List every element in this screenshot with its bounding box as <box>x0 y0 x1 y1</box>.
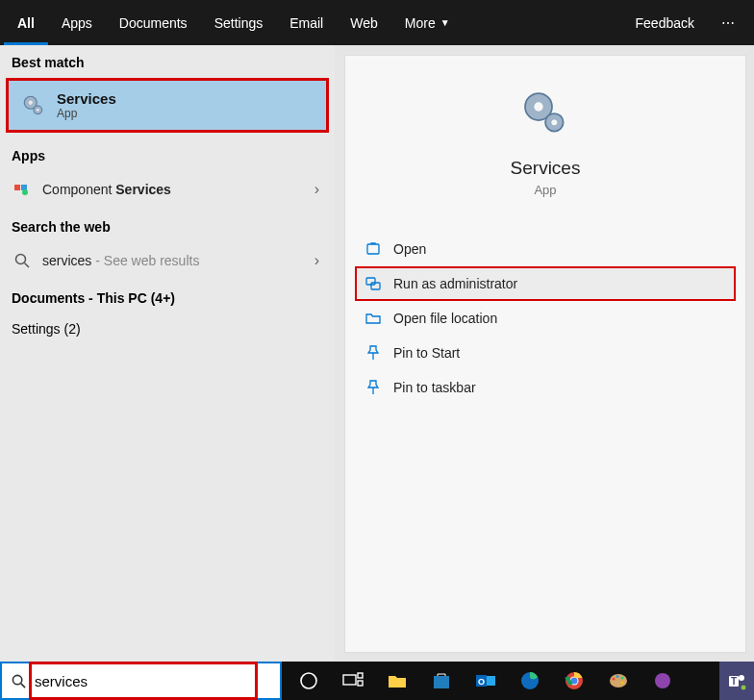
search-web-header: Search the web <box>0 210 335 240</box>
action-pin-start-label: Pin to Start <box>393 345 460 361</box>
detail-title: Services <box>345 158 745 179</box>
svg-point-1 <box>29 100 33 104</box>
options-menu-icon[interactable]: ⋯ <box>708 15 750 31</box>
action-run-admin[interactable]: Run as administrator <box>355 266 736 301</box>
svg-point-34 <box>616 675 619 678</box>
web-result-label: services - See web results <box>42 253 199 268</box>
search-icon <box>12 250 33 271</box>
svg-point-37 <box>655 673 670 688</box>
folder-icon <box>364 310 382 327</box>
tab-settings[interactable]: Settings <box>201 0 277 45</box>
results-pane: Best match Services App Apps Component S… <box>0 45 335 661</box>
svg-rect-5 <box>21 185 27 190</box>
settings-header[interactable]: Settings (2) <box>0 312 335 342</box>
best-match-header: Best match <box>0 45 335 76</box>
taskbar-app-outlook[interactable]: O <box>465 662 507 700</box>
tab-apps[interactable]: Apps <box>48 0 106 45</box>
run-admin-icon <box>364 275 382 292</box>
component-services-label: Component Services <box>42 182 171 197</box>
taskbar-app-edge[interactable] <box>509 662 551 700</box>
task-view-icon[interactable] <box>332 662 374 700</box>
pin-icon <box>364 379 382 396</box>
svg-rect-23 <box>358 681 363 686</box>
search-input[interactable] <box>35 673 280 689</box>
chevron-right-icon: › <box>314 181 319 198</box>
gear-icon <box>20 92 47 119</box>
action-open[interactable]: Open <box>355 232 736 266</box>
apps-header: Apps <box>0 138 335 169</box>
svg-rect-27 <box>487 676 495 686</box>
svg-point-20 <box>301 673 316 688</box>
svg-rect-4 <box>14 185 20 190</box>
result-web-services[interactable]: services - See web results › <box>0 240 335 281</box>
svg-rect-21 <box>343 675 356 685</box>
search-icon <box>2 674 35 688</box>
component-services-icon <box>12 179 33 200</box>
svg-point-6 <box>22 189 28 195</box>
best-match-subtitle: App <box>57 107 116 120</box>
taskbar: O <box>282 662 754 700</box>
action-open-location-label: Open file location <box>393 311 497 326</box>
action-open-location[interactable]: Open file location <box>355 301 736 336</box>
cortana-icon[interactable] <box>288 662 330 700</box>
svg-point-41 <box>741 685 746 690</box>
chevron-down-icon: ▼ <box>440 17 450 28</box>
tab-email[interactable]: Email <box>276 0 337 45</box>
detail-pane: Services App Open Run as administrator <box>344 55 746 653</box>
pin-icon <box>364 344 382 362</box>
svg-point-7 <box>16 255 26 264</box>
svg-rect-24 <box>434 676 449 688</box>
action-run-admin-label: Run as administrator <box>393 276 517 291</box>
svg-text:O: O <box>478 677 485 687</box>
action-open-label: Open <box>393 241 426 257</box>
svg-point-33 <box>613 678 616 681</box>
search-bar[interactable] <box>0 662 282 700</box>
best-match-title: Services <box>57 90 116 107</box>
svg-rect-22 <box>358 673 363 678</box>
svg-point-36 <box>621 682 624 685</box>
taskbar-app-store[interactable] <box>420 662 463 700</box>
taskbar-app-explorer[interactable] <box>376 662 418 700</box>
svg-line-8 <box>25 263 30 268</box>
search-filter-tabs: All Apps Documents Settings Email Web Mo… <box>0 0 754 45</box>
svg-text:T: T <box>731 676 737 687</box>
taskbar-app-paint[interactable] <box>597 662 640 700</box>
svg-line-19 <box>20 683 24 687</box>
open-icon <box>364 240 382 258</box>
action-pin-start[interactable]: Pin to Start <box>355 336 736 370</box>
taskbar-app-generic[interactable] <box>641 662 684 700</box>
feedback-link[interactable]: Feedback <box>622 15 708 31</box>
svg-point-12 <box>551 119 557 125</box>
svg-point-18 <box>13 675 21 684</box>
result-component-services[interactable]: Component Services › <box>0 169 335 210</box>
gear-icon <box>515 83 576 144</box>
svg-point-35 <box>621 677 624 680</box>
tab-web[interactable]: Web <box>337 0 391 45</box>
svg-rect-13 <box>367 244 379 254</box>
taskbar-app-teams[interactable]: T <box>719 662 754 700</box>
chevron-right-icon: › <box>314 252 319 269</box>
tab-more[interactable]: More ▼ <box>391 0 464 45</box>
best-match-services[interactable]: Services App <box>6 78 329 133</box>
svg-point-10 <box>534 102 542 111</box>
tab-documents[interactable]: Documents <box>106 0 201 45</box>
taskbar-app-chrome[interactable] <box>553 662 595 700</box>
action-pin-taskbar-label: Pin to taskbar <box>393 380 476 395</box>
svg-point-3 <box>37 108 39 111</box>
tab-all[interactable]: All <box>4 0 48 45</box>
detail-subtitle: App <box>345 183 745 197</box>
action-pin-taskbar[interactable]: Pin to taskbar <box>355 370 736 405</box>
documents-header[interactable]: Documents - This PC (4+) <box>0 281 335 312</box>
tab-more-label: More <box>405 15 436 31</box>
svg-point-40 <box>739 675 744 681</box>
